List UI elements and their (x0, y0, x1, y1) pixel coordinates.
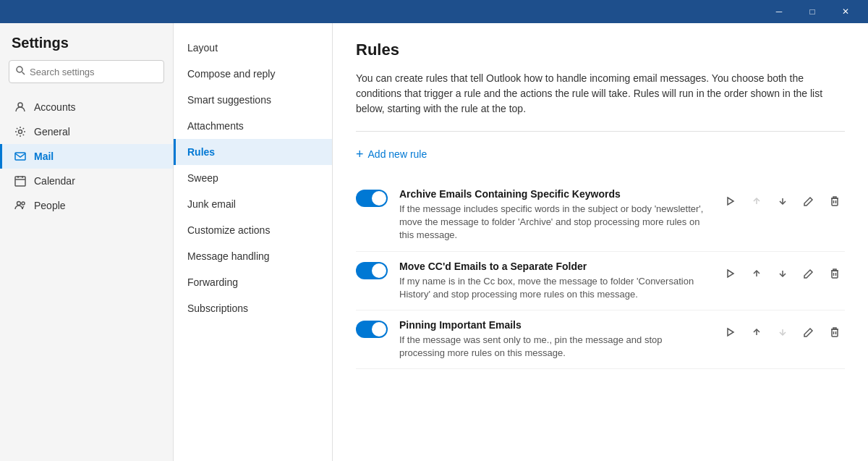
rule3-toggle-switch[interactable] (356, 321, 388, 338)
sidebar-item-accounts-label: Accounts (34, 101, 76, 113)
search-box[interactable] (9, 60, 164, 83)
rule1-title: Archive Emails Containing Specific Keywo… (399, 188, 709, 200)
rule-row: Move CC'd Emails to a Separate Folder If… (356, 252, 845, 310)
rule1-content: Archive Emails Containing Specific Keywo… (399, 188, 709, 242)
mid-item-compose[interactable]: Compose and reply (174, 61, 332, 87)
arrow-up-icon (752, 327, 762, 337)
divider (356, 131, 845, 132)
rule3-up-button[interactable] (746, 322, 767, 342)
page-description: You can create rules that tell Outlook h… (356, 71, 845, 117)
svg-marker-23 (728, 329, 733, 336)
trash-icon (830, 268, 840, 279)
svg-rect-5 (15, 177, 25, 186)
window-controls: ─ □ ✕ (762, 0, 862, 23)
rule2-down-button[interactable] (773, 263, 793, 284)
rule3-edit-button[interactable] (799, 322, 819, 342)
close-button[interactable]: ✕ (829, 0, 862, 23)
add-rule-label: Add new rule (368, 148, 427, 160)
rule1-up-button[interactable] (746, 191, 767, 211)
rule-row: Pinning Important Emails If the message … (356, 310, 845, 369)
mid-item-rules[interactable]: Rules (174, 139, 332, 165)
arrow-down-icon (778, 268, 788, 279)
sidebar-item-people[interactable]: People (0, 193, 173, 218)
mid-panel: Layout Compose and reply Smart suggestio… (174, 23, 333, 461)
rule1-down-button[interactable] (773, 191, 793, 211)
play-icon (726, 268, 736, 279)
rule3-down-button[interactable] (773, 322, 793, 342)
rule2-up-button[interactable] (746, 263, 767, 284)
mid-item-message[interactable]: Message handling (174, 243, 332, 269)
sidebar-item-general-label: General (34, 126, 70, 138)
arrow-up-icon (752, 196, 762, 206)
rule1-toggle[interactable] (356, 190, 388, 207)
rule2-desc: If my name is in the Cc box, move the me… (399, 275, 709, 301)
play-icon (726, 196, 736, 206)
rule1-toggle-switch[interactable] (356, 190, 388, 207)
sidebar-item-mail[interactable]: Mail (0, 144, 173, 169)
rule2-toggle[interactable] (356, 262, 388, 279)
mid-item-customize[interactable]: Customize actions (174, 217, 332, 243)
rule2-run-button[interactable] (720, 263, 741, 284)
svg-marker-17 (728, 270, 733, 277)
calendar-icon (14, 174, 27, 187)
rule2-title: Move CC'd Emails to a Separate Folder (399, 261, 709, 272)
rule1-edit-button[interactable] (799, 191, 819, 211)
svg-rect-4 (15, 153, 25, 160)
titlebar: ─ □ ✕ (0, 0, 868, 23)
mid-item-attachments[interactable]: Attachments (174, 113, 332, 139)
rule3-actions (720, 322, 845, 342)
mid-item-sweep[interactable]: Sweep (174, 165, 332, 191)
rule2-actions (720, 263, 845, 284)
svg-point-0 (17, 67, 22, 72)
svg-rect-14 (832, 198, 838, 206)
play-icon (726, 327, 736, 337)
sidebar-item-calendar-label: Calendar (34, 175, 75, 187)
sidebar: Settings Accounts (0, 23, 174, 461)
svg-point-10 (22, 202, 25, 205)
arrow-down-icon (778, 196, 788, 206)
trash-icon (830, 327, 840, 337)
mid-item-smart[interactable]: Smart suggestions (174, 87, 332, 113)
rule1-desc: If the message includes specific words i… (399, 203, 709, 242)
edit-icon (804, 268, 814, 279)
svg-line-1 (22, 72, 25, 75)
people-icon (14, 199, 27, 212)
mid-item-junk[interactable]: Junk email (174, 191, 332, 217)
person-icon (14, 101, 27, 114)
add-rule-button[interactable]: + Add new rule (356, 143, 427, 165)
svg-point-3 (19, 130, 22, 134)
sidebar-item-mail-label: Mail (34, 151, 54, 162)
rule3-delete-button[interactable] (825, 322, 845, 342)
rule2-content: Move CC'd Emails to a Separate Folder If… (399, 261, 709, 301)
minimize-button[interactable]: ─ (762, 0, 796, 23)
main-content: Rules You can create rules that tell Out… (333, 23, 868, 461)
arrow-down-icon (778, 327, 788, 337)
sidebar-item-accounts[interactable]: Accounts (0, 95, 173, 119)
svg-point-9 (17, 202, 21, 206)
sidebar-item-calendar[interactable]: Calendar (0, 169, 173, 193)
maximize-button[interactable]: □ (796, 0, 829, 23)
search-icon (15, 65, 25, 78)
sidebar-item-people-label: People (34, 200, 66, 211)
rule3-toggle[interactable] (356, 321, 388, 338)
rule3-content: Pinning Important Emails If the message … (399, 319, 709, 360)
mid-item-subscriptions[interactable]: Subscriptions (174, 295, 332, 321)
plus-icon: + (356, 148, 364, 161)
mail-icon (14, 150, 27, 163)
mid-item-forwarding[interactable]: Forwarding (174, 269, 332, 295)
rule2-delete-button[interactable] (825, 263, 845, 284)
rule1-run-button[interactable] (720, 191, 741, 211)
page-title: Rules (356, 41, 845, 59)
rule2-toggle-switch[interactable] (356, 262, 388, 279)
sidebar-item-general[interactable]: General (0, 119, 173, 144)
search-input[interactable] (30, 67, 158, 77)
svg-point-2 (18, 103, 22, 107)
arrow-up-icon (752, 268, 762, 279)
svg-rect-20 (832, 271, 838, 278)
rule2-edit-button[interactable] (799, 263, 819, 284)
app-body: Settings Accounts (0, 23, 868, 461)
mid-item-layout[interactable]: Layout (174, 35, 332, 61)
rule3-desc: If the message was sent only to me., pin… (399, 334, 709, 360)
rule3-run-button[interactable] (720, 322, 741, 342)
rule1-delete-button[interactable] (825, 191, 845, 211)
